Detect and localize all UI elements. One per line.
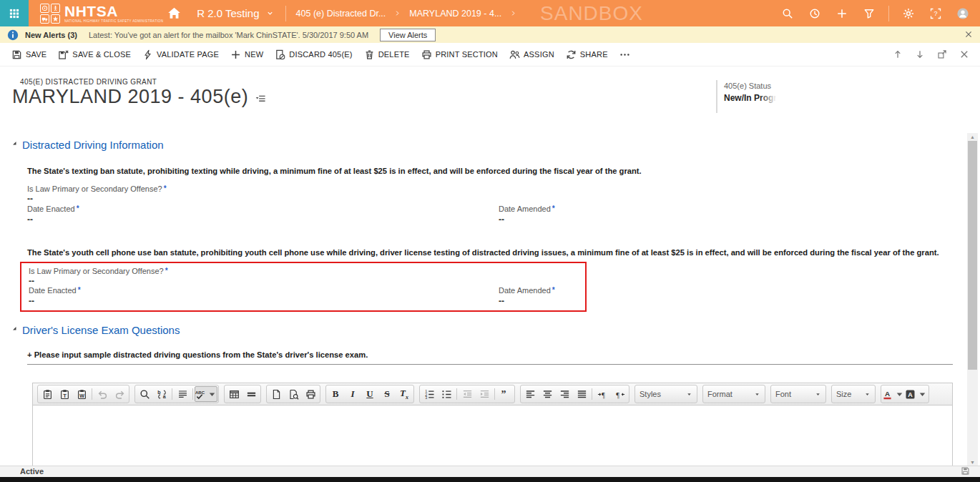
help-icon[interactable]: ? bbox=[930, 8, 941, 19]
align-justify-button[interactable] bbox=[573, 386, 590, 402]
clipboard-group: T W bbox=[37, 385, 129, 403]
paste-plain-text-button[interactable]: T bbox=[56, 386, 73, 402]
date-amended-value[interactable]: -- bbox=[499, 296, 504, 306]
align-left-button[interactable] bbox=[521, 386, 539, 402]
redo-button[interactable] bbox=[111, 386, 128, 402]
format-dropdown[interactable]: Format bbox=[702, 385, 765, 403]
close-form-icon[interactable] bbox=[959, 49, 969, 59]
save-and-close-button[interactable]: SAVE & CLOSE bbox=[52, 43, 137, 66]
preview-icon bbox=[288, 389, 299, 400]
decrease-indent-button[interactable] bbox=[459, 386, 476, 402]
find-button[interactable] bbox=[136, 386, 153, 402]
offense-field-value[interactable]: -- bbox=[27, 194, 33, 204]
text-direction-rtl-button[interactable]: ¶ bbox=[611, 386, 628, 402]
date-enacted-label: Date Enacted* bbox=[29, 286, 81, 295]
save-button[interactable]: SAVE bbox=[6, 43, 52, 66]
popout-icon[interactable] bbox=[937, 49, 947, 59]
autosave-icon[interactable] bbox=[961, 466, 970, 476]
search-icon[interactable] bbox=[782, 8, 793, 19]
bold-button[interactable]: B bbox=[327, 386, 344, 402]
next-record-icon[interactable] bbox=[915, 49, 925, 59]
text-direction-ltr-button[interactable]: ¶ bbox=[594, 386, 611, 402]
svg-text:A: A bbox=[885, 390, 890, 398]
svg-text:¶: ¶ bbox=[602, 390, 605, 398]
replace-button[interactable]: ba bbox=[153, 386, 170, 402]
chevron-down-icon bbox=[266, 9, 274, 17]
user-avatar[interactable] bbox=[957, 8, 969, 19]
align-right-button[interactable] bbox=[556, 386, 573, 402]
offense-field-value[interactable]: -- bbox=[29, 276, 34, 286]
rich-text-editor: T W ba ABC bbox=[32, 383, 953, 466]
new-page-button[interactable] bbox=[268, 386, 285, 402]
alert-close-icon[interactable] bbox=[964, 30, 973, 39]
date-enacted-value[interactable]: -- bbox=[27, 215, 33, 225]
remove-format-button[interactable]: Tx bbox=[396, 386, 413, 402]
select-all-button[interactable] bbox=[174, 386, 191, 402]
new-button[interactable]: NEW bbox=[225, 43, 269, 66]
new-page-icon bbox=[271, 389, 282, 400]
bulleted-list-button[interactable] bbox=[438, 386, 455, 402]
recent-items-icon[interactable] bbox=[809, 8, 820, 19]
editor-content[interactable] bbox=[33, 405, 952, 466]
assign-button[interactable]: ASSIGN bbox=[504, 43, 560, 66]
paste-text-icon: T bbox=[59, 389, 70, 400]
italic-button[interactable]: I bbox=[344, 386, 361, 402]
share-button[interactable]: SHARE bbox=[560, 43, 614, 66]
previous-record-icon[interactable] bbox=[893, 49, 903, 59]
validate-page-button[interactable]: VALIDATE PAGE bbox=[137, 43, 225, 66]
more-commands-button[interactable] bbox=[614, 43, 636, 66]
fade-overlay bbox=[760, 93, 778, 103]
strikethrough-button[interactable]: S bbox=[378, 386, 396, 402]
outdent-icon bbox=[462, 389, 473, 400]
text-color-button[interactable]: A bbox=[882, 386, 905, 402]
paste-button[interactable] bbox=[39, 386, 56, 402]
scroll-up-arrow[interactable]: ▲ bbox=[967, 133, 978, 141]
numbered-list-button[interactable]: 123 bbox=[421, 386, 438, 402]
app-name-menu[interactable]: R 2.0 Testing bbox=[197, 7, 273, 19]
quick-create-icon[interactable] bbox=[836, 8, 848, 19]
section-drivers-license-exam[interactable]: Driver's License Exam Questions bbox=[11, 324, 180, 336]
paste-word-icon: W bbox=[77, 389, 87, 400]
discard-button[interactable]: DISCARD 405(E) bbox=[269, 43, 358, 66]
svg-text:ABC: ABC bbox=[195, 389, 205, 394]
breadcrumb-entity[interactable]: 405 (e) Distracted Dr... bbox=[296, 9, 386, 19]
preview-button[interactable] bbox=[285, 386, 302, 402]
scrollbar-thumb[interactable] bbox=[968, 141, 977, 370]
underline-button[interactable]: U bbox=[361, 386, 378, 402]
vertical-scrollbar[interactable]: ▲ ▼ bbox=[967, 133, 978, 466]
form-switcher-icon[interactable] bbox=[255, 94, 266, 104]
date-enacted-value[interactable]: -- bbox=[29, 296, 34, 306]
caret-down-icon bbox=[815, 391, 821, 398]
delete-button[interactable]: DELETE bbox=[358, 43, 416, 66]
undo-button[interactable] bbox=[94, 386, 111, 402]
caret-down-icon bbox=[917, 389, 928, 400]
record-state-label: Active bbox=[20, 467, 44, 476]
collapse-triangle-icon bbox=[11, 325, 18, 332]
paste-from-word-button[interactable]: W bbox=[73, 386, 90, 402]
date-amended-value[interactable]: -- bbox=[499, 215, 504, 225]
filter-icon[interactable] bbox=[863, 8, 875, 19]
nav-icon-cluster: ? bbox=[774, 0, 980, 26]
breadcrumb-record[interactable]: MARYLAND 2019 - 4... bbox=[409, 9, 501, 19]
align-center-icon bbox=[542, 389, 553, 400]
offense-field-label: Is Law Primary or Secondary Offense?* bbox=[27, 185, 167, 193]
print-section-button[interactable]: PRINT SECTION bbox=[416, 43, 504, 66]
font-dropdown[interactable]: Font bbox=[770, 385, 826, 403]
horizontal-rule-button[interactable] bbox=[242, 386, 260, 402]
align-center-button[interactable] bbox=[539, 386, 556, 402]
settings-gear-icon[interactable] bbox=[903, 8, 914, 19]
increase-indent-button[interactable] bbox=[476, 386, 493, 402]
view-alerts-button[interactable]: View Alerts bbox=[380, 29, 436, 41]
styles-dropdown[interactable]: Styles bbox=[634, 385, 697, 403]
home-icon[interactable] bbox=[167, 6, 181, 20]
section-distracted-driving[interactable]: Distracted Driving Information bbox=[11, 139, 164, 151]
app-launcher-button[interactable] bbox=[0, 0, 29, 26]
spell-check-icon: ABC bbox=[195, 389, 205, 400]
blockquote-button[interactable]: ” bbox=[496, 386, 514, 402]
date-enacted-label: Date Enacted* bbox=[27, 205, 79, 213]
print-button[interactable] bbox=[302, 386, 319, 402]
insert-table-button[interactable] bbox=[225, 386, 242, 402]
size-dropdown[interactable]: Size bbox=[831, 385, 876, 403]
spell-check-button[interactable]: ABC bbox=[195, 386, 217, 402]
background-color-button[interactable]: A bbox=[905, 386, 928, 402]
